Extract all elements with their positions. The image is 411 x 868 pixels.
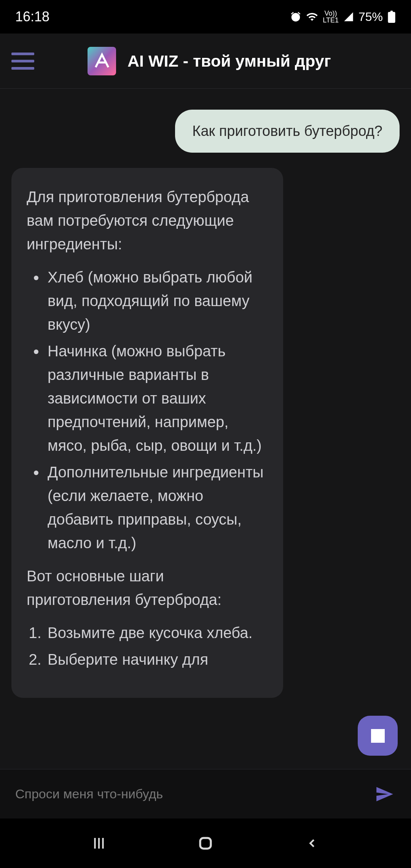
battery-icon: [387, 11, 396, 23]
stop-icon: [371, 729, 385, 743]
app-logo: [88, 47, 116, 75]
svg-rect-5: [200, 838, 211, 849]
list-item: Выберите начинку для: [46, 648, 268, 671]
status-icons: Vo)) LTE1 75%: [290, 10, 396, 24]
steps-list: Возьмите две кусочка хлеба. Выберите нач…: [27, 621, 268, 671]
list-item: Возьмите две кусочка хлеба.: [46, 621, 268, 645]
back-nav-icon[interactable]: [303, 834, 322, 853]
list-item: Дополнительные ингредиенты (если желаете…: [46, 460, 268, 555]
alarm-icon: [290, 11, 301, 22]
chat-area[interactable]: Как приготовить бутерброд? Для приготовл…: [0, 89, 411, 769]
status-time: 16:18: [15, 9, 49, 25]
svg-rect-1: [390, 11, 393, 13]
list-item: Хлеб (можно выбрать любой вид, подходящи…: [46, 265, 268, 336]
steps-intro: Вот основные шаги приготовления бутербро…: [27, 564, 268, 611]
home-nav-icon[interactable]: [196, 834, 215, 853]
assistant-intro: Для приготовления бутерброда вам потребу…: [27, 185, 268, 256]
chat-input[interactable]: [15, 779, 373, 809]
assistant-message-bubble: Для приготовления бутерброда вам потребу…: [11, 168, 283, 698]
wifi-icon: [306, 11, 318, 23]
svg-rect-0: [388, 12, 395, 23]
stop-button[interactable]: [358, 716, 398, 756]
send-icon: [375, 785, 394, 804]
app-header: AI WIZ - твой умный друг: [0, 34, 411, 89]
ingredients-list: Хлеб (можно выбрать любой вид, подходящи…: [27, 265, 268, 555]
input-bar: [0, 769, 411, 819]
send-button[interactable]: [373, 783, 396, 806]
user-message-bubble: Как приготовить бутерброд?: [175, 110, 400, 153]
network-label: Vo)) LTE1: [323, 10, 339, 24]
app-title: AI WIZ - твой умный друг: [127, 52, 331, 70]
recents-nav-icon[interactable]: [89, 834, 108, 853]
list-item: Начинка (можно выбрать различные вариант…: [46, 339, 268, 457]
menu-icon[interactable]: [11, 53, 34, 70]
signal-icon: [343, 11, 354, 22]
battery-percent: 75%: [358, 10, 383, 24]
status-bar: 16:18 Vo)) LTE1 75%: [0, 0, 411, 34]
nav-bar: [0, 819, 411, 868]
